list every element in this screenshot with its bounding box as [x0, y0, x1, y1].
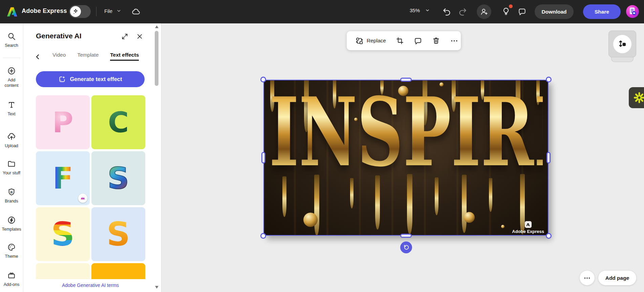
- adobe-express-logo-icon[interactable]: [6, 6, 18, 18]
- watermark-label: Adobe Express: [512, 229, 544, 234]
- ideas-button[interactable]: [501, 7, 511, 16]
- ai-assistant-toggle[interactable]: [69, 5, 91, 18]
- replace-label: Replace: [367, 38, 386, 44]
- resize-handle-top[interactable]: [400, 78, 412, 82]
- resize-handle-bottom-left[interactable]: [260, 233, 266, 239]
- invite-collaborators-button[interactable]: [477, 4, 491, 19]
- generate-text-effect-button[interactable]: Generate text effect: [36, 71, 145, 87]
- sidebar-item-upload[interactable]: Upload: [0, 132, 23, 149]
- effect-letter: P: [52, 108, 73, 137]
- text-effect-thumbnail-8[interactable]: [91, 263, 145, 279]
- account-avatar[interactable]: [626, 5, 639, 18]
- crop-button[interactable]: [396, 37, 404, 45]
- resize-handle-top-left[interactable]: [260, 77, 266, 82]
- delete-button[interactable]: [432, 37, 440, 45]
- text-effect-thumbnail-4[interactable]: S: [91, 151, 145, 205]
- sidebar-item-theme[interactable]: Theme: [0, 243, 23, 259]
- resize-handle-right[interactable]: [546, 152, 551, 163]
- resize-handle-left[interactable]: [261, 152, 265, 163]
- panel-scrollbar[interactable]: [155, 31, 158, 86]
- undo-button[interactable]: [442, 7, 451, 16]
- feedback-chat-button[interactable]: [518, 7, 527, 16]
- text-effect-thumbnail-1[interactable]: P: [36, 95, 90, 149]
- templates-icon: [7, 216, 16, 225]
- replace-button[interactable]: Replace: [355, 37, 386, 45]
- share-button[interactable]: Share: [583, 4, 621, 19]
- download-button[interactable]: Download: [535, 4, 574, 19]
- cloud-save-icon[interactable]: [131, 7, 141, 16]
- editor-canvas[interactable]: Replace INSPIRE: [161, 23, 644, 292]
- redo-button[interactable]: [458, 7, 467, 16]
- sidebar-item-label: Add-ons: [1, 282, 22, 288]
- tab-video[interactable]: Video: [52, 52, 66, 61]
- sidebar-item-brands[interactable]: BBrands: [0, 188, 23, 204]
- svg-text:B: B: [10, 190, 13, 194]
- file-menu[interactable]: File: [104, 8, 122, 14]
- panel-tabs: VideoTemplateText effects: [35, 51, 139, 61]
- generative-ai-terms-link[interactable]: Adobe Generative AI terms: [23, 283, 158, 288]
- resize-handle-top-right[interactable]: [546, 77, 552, 82]
- upload-icon: [7, 132, 16, 141]
- idea-icon: [501, 7, 511, 16]
- text-effect-thumbnail-6[interactable]: S: [91, 207, 145, 261]
- text-effect-thumbnail-7[interactable]: [36, 263, 90, 279]
- add-page-button[interactable]: Add page: [598, 271, 636, 285]
- your-stuff-icon: [7, 159, 16, 168]
- generate-button-label: Generate text effect: [70, 76, 122, 82]
- panel-title: Generative AI: [36, 32, 82, 40]
- file-menu-label: File: [104, 8, 112, 14]
- sidebar-item-add-content[interactable]: Add content: [0, 66, 23, 88]
- zoom-control[interactable]: 35%: [410, 7, 430, 13]
- comment-button[interactable]: [414, 37, 422, 45]
- page-thumbnail-stack[interactable]: [611, 57, 634, 62]
- add-content-icon: [7, 66, 16, 75]
- text-effect-thumbnail-2[interactable]: C: [91, 95, 145, 149]
- tab-template[interactable]: Template: [77, 52, 99, 61]
- effect-letter: S: [108, 163, 129, 193]
- sidebar-item-text[interactable]: Text: [0, 100, 23, 117]
- tab-text-effects[interactable]: Text effects: [110, 52, 139, 61]
- search-icon: [7, 32, 16, 41]
- scroll-up-arrow[interactable]: [155, 25, 158, 28]
- more-options-button[interactable]: [450, 37, 458, 45]
- add-ons-icon: [7, 271, 16, 280]
- crop-icon: [396, 37, 404, 45]
- chevron-down-icon: [116, 8, 122, 14]
- sidebar-item-label: Your stuff: [1, 171, 22, 176]
- starburst-icon: [633, 92, 644, 104]
- sidebar-item-search[interactable]: Search: [0, 32, 23, 48]
- gold-droplet: [464, 212, 475, 223]
- resize-handle-bottom[interactable]: [400, 234, 412, 238]
- page-options-button[interactable]: [580, 271, 595, 285]
- rotate-handle[interactable]: [400, 241, 412, 253]
- app-title: Adobe Express: [22, 7, 67, 15]
- chevron-down-icon: [425, 7, 430, 13]
- close-panel-icon[interactable]: [136, 33, 143, 40]
- trash-icon: [432, 37, 440, 45]
- notification-dot: [509, 4, 513, 8]
- more-icon: [583, 274, 591, 282]
- text-effect-thumbnail-3[interactable]: F: [36, 151, 90, 205]
- top-bar: Adobe Express File 35%: [0, 0, 644, 23]
- sidebar-item-templates[interactable]: Templates: [0, 216, 23, 232]
- artwork-text: INSPIRE: [269, 85, 543, 179]
- starburst-widget[interactable]: [629, 87, 644, 108]
- chat-icon: [518, 7, 527, 16]
- swap-icon: [355, 37, 364, 45]
- gold-droplet: [501, 225, 505, 228]
- back-chevron-icon[interactable]: [35, 54, 41, 60]
- gold-droplet: [303, 213, 318, 227]
- scroll-down-arrow[interactable]: [155, 286, 158, 289]
- selected-image[interactable]: INSPIRE Adobe Express: [263, 80, 549, 236]
- expand-panel-icon[interactable]: [121, 33, 128, 40]
- generate-sparkle-icon: [58, 75, 66, 83]
- page-thumbnail[interactable]: [608, 31, 636, 57]
- text-effect-thumbnail-5[interactable]: S: [36, 207, 90, 261]
- adobe-express-app: Adobe Express File 35%: [0, 0, 644, 292]
- watermark: Adobe Express: [512, 221, 544, 234]
- sidebar-item-label: Text: [1, 112, 22, 117]
- sidebar-item-your-stuff[interactable]: Your stuff: [0, 159, 23, 176]
- effect-letter: S: [51, 218, 74, 251]
- sidebar-item-add-ons[interactable]: Add-ons: [0, 271, 23, 288]
- resize-handle-bottom-right[interactable]: [546, 233, 552, 239]
